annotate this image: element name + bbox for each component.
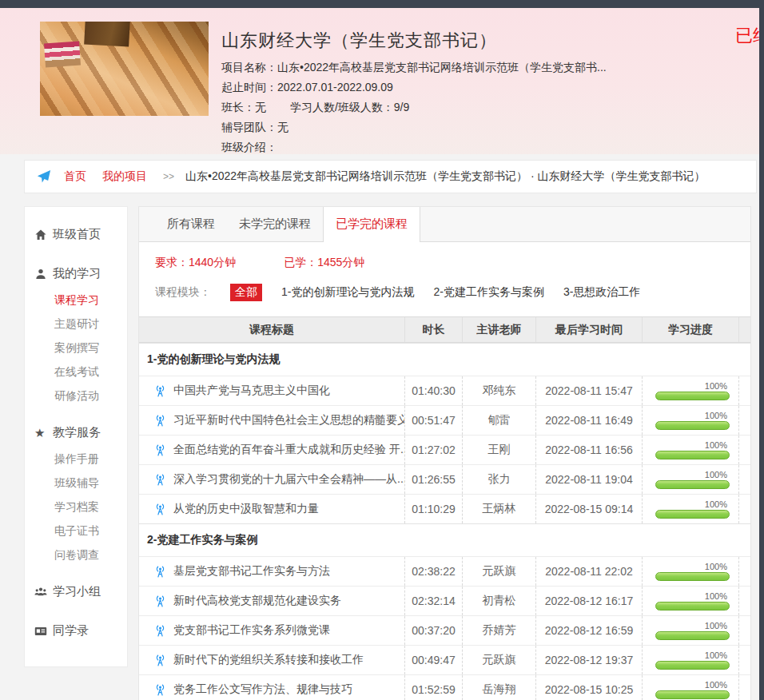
module-section-row: 2-党建工作实务与案例 xyxy=(139,523,750,556)
course-teacher: 初青松 xyxy=(462,587,535,615)
progress-bar xyxy=(655,392,730,400)
tab-all-courses[interactable]: 所有课程 xyxy=(155,207,227,241)
course-title-cell[interactable]: 新时代下的党组织关系转接和接收工作 xyxy=(139,646,404,674)
contact-card-icon xyxy=(34,625,47,638)
module-filter-label: 课程模块： xyxy=(155,285,211,300)
course-title-cell[interactable]: 党支部书记工作实务系列微党课 xyxy=(139,616,404,645)
progress-bar xyxy=(655,602,730,611)
required-minutes-value: 1440分钟 xyxy=(189,256,236,268)
broadcast-tower-icon xyxy=(153,474,167,486)
course-teacher: 张力 xyxy=(462,465,535,494)
course-last-time: 2022-08-11 19:04 xyxy=(535,465,642,494)
progress-bar xyxy=(655,451,730,459)
course-table-header: 课程标题 时长 主讲老师 最后学习时间 学习进度 xyxy=(139,317,750,343)
table-row: 从党的历史中汲取智慧和力量 01:10:29 王炳林 2022-08-15 09… xyxy=(139,494,750,523)
course-title: 全面总结党的百年奋斗重大成就和历史经验 开... xyxy=(173,443,404,457)
row-extra-cell xyxy=(738,646,750,674)
tab-unfinished-courses[interactable]: 未学完的课程 xyxy=(227,207,323,241)
learner-count-label: 学习人数/班级人数： xyxy=(290,101,394,113)
course-table: 课程标题 时长 主讲老师 最后学习时间 学习进度 1-党的创新理论与党内法规 中… xyxy=(139,316,750,700)
class-thumbnail xyxy=(40,22,209,116)
sidebar-item-online-exam[interactable]: 在线考试 xyxy=(25,360,127,384)
course-teacher: 乔婧芳 xyxy=(462,616,535,645)
module-filter: 课程模块： 全部 1-党的创新理论与党内法规 2-党建工作实务与案例 3-思想政… xyxy=(139,274,750,312)
main-panel: 所有课程 未学完的课程 已学完的课程 要求：1440分钟 已学：1455分钟 课… xyxy=(138,206,751,700)
progress-cell: 100% xyxy=(642,465,738,494)
tab-finished-courses[interactable]: 已学完的课程 xyxy=(323,207,420,242)
course-last-time: 2022-08-12 16:17 xyxy=(535,587,642,615)
progress-cell: 100% xyxy=(642,495,738,523)
class-title: 山东财经大学（学生党支部书记） xyxy=(221,29,497,53)
sidebar-item-class-home[interactable]: 班级首页 xyxy=(25,220,127,249)
course-last-time: 2022-08-15 10:25 xyxy=(535,675,642,700)
course-last-time: 2022-08-12 19:37 xyxy=(535,646,642,674)
table-row: 党务工作公文写作方法、规律与技巧 01:52:59 岳海翔 2022-08-15… xyxy=(139,674,750,700)
course-title-cell[interactable]: 从党的历史中汲取智慧和力量 xyxy=(139,495,404,523)
row-extra-cell xyxy=(738,465,750,494)
scrollbar-track[interactable] xyxy=(759,0,764,700)
sidebar-item-study-group[interactable]: 学习小组 xyxy=(25,577,127,607)
course-duration: 00:49:47 xyxy=(404,646,462,674)
class-intro-label: 班级介绍： xyxy=(221,141,277,153)
module-filter-2[interactable]: 2-党建工作实务与案例 xyxy=(433,285,543,300)
sidebar-item-course-study[interactable]: 课程学习 xyxy=(25,288,127,312)
course-last-time: 2022-08-11 16:56 xyxy=(535,436,642,464)
progress-label: 100% xyxy=(705,621,727,630)
sidebar-item-study-archive[interactable]: 学习档案 xyxy=(25,495,127,519)
row-extra-cell xyxy=(738,436,750,464)
sidebar-item-certificate[interactable]: 电子证书 xyxy=(25,519,127,543)
project-name-value: 山东•2022年高校基层党支部书记网络培训示范班（学生党支部书... xyxy=(277,61,607,74)
course-title-cell[interactable]: 中国共产党与马克思主义中国化 xyxy=(139,376,404,405)
sidebar-item-manual[interactable]: 操作手册 xyxy=(25,447,127,471)
progress-label: 100% xyxy=(705,440,727,450)
course-last-time: 2022-08-11 15:47 xyxy=(535,376,642,405)
table-row: 中国共产党与马克思主义中国化 01:40:30 邓纯东 2022-08-11 1… xyxy=(139,376,750,405)
course-title: 党支部书记工作实务系列微党课 xyxy=(173,623,330,638)
course-title-cell[interactable]: 基层党支部书记工作实务与方法 xyxy=(139,557,404,586)
module-filter-1[interactable]: 1-党的创新理论与党内法规 xyxy=(281,285,414,300)
header-duration: 时长 xyxy=(404,317,462,342)
sidebar-item-survey[interactable]: 问卷调查 xyxy=(25,543,127,567)
progress-label: 100% xyxy=(705,591,727,601)
course-title-cell[interactable]: 全面总结党的百年奋斗重大成就和历史经验 开... xyxy=(139,436,404,464)
course-last-time: 2022-08-12 16:59 xyxy=(535,616,642,645)
table-row: 全面总结党的百年奋斗重大成就和历史经验 开... 01:27:02 王刚 202… xyxy=(139,435,750,464)
sidebar-item-topic-discussion[interactable]: 主题研讨 xyxy=(25,312,127,336)
breadcrumb-my-projects-link[interactable]: 我的项目 xyxy=(102,169,147,184)
progress-label: 100% xyxy=(705,381,727,391)
table-row: 深入学习贯彻党的十九届六中全会精神——从... 01:26:55 张力 2022… xyxy=(139,464,750,494)
progress-cell: 100% xyxy=(642,557,738,586)
course-teacher: 王炳林 xyxy=(462,495,535,523)
course-title: 新时代下的党组织关系转接和接收工作 xyxy=(173,653,364,667)
sidebar-item-training-activity[interactable]: 研修活动 xyxy=(25,384,127,408)
paper-plane-icon xyxy=(37,169,51,184)
row-extra-cell xyxy=(738,616,750,645)
module-filter-3[interactable]: 3-思想政治工作 xyxy=(563,285,640,300)
course-title-cell[interactable]: 新时代高校党支部规范化建设实务 xyxy=(139,587,404,615)
table-row: 党支部书记工作实务系列微党课 00:37:20 乔婧芳 2022-08-12 1… xyxy=(139,615,750,645)
module-filter-all[interactable]: 全部 xyxy=(230,284,262,301)
course-title-cell[interactable]: 深入学习贯彻党的十九届六中全会精神——从... xyxy=(139,465,404,494)
project-name-label: 项目名称： xyxy=(221,61,277,74)
course-title: 党务工作公文写作方法、规律与技巧 xyxy=(173,682,352,697)
tutor-team-value: 无 xyxy=(277,121,288,133)
progress-cell: 100% xyxy=(642,406,738,435)
course-teacher: 郇雷 xyxy=(462,406,535,435)
breadcrumb-home-link[interactable]: 首页 xyxy=(64,169,86,184)
sidebar-item-class-tutoring[interactable]: 班级辅导 xyxy=(25,471,127,495)
sidebar: 班级首页 我的学习 课程学习 主题研讨 案例撰写 在线考试 研修活动 ★ 教学服… xyxy=(24,206,128,667)
course-teacher: 元跃旗 xyxy=(462,646,535,674)
sidebar-item-case-writing[interactable]: 案例撰写 xyxy=(25,336,127,360)
sidebar-item-label: 同学录 xyxy=(53,623,89,638)
sidebar-item-classmates[interactable]: 同学录 xyxy=(25,616,127,646)
group-icon xyxy=(34,586,47,599)
progress-cell: 100% xyxy=(642,616,738,645)
course-last-time: 2022-08-11 22:02 xyxy=(535,557,642,586)
progress-label: 100% xyxy=(705,499,727,509)
course-title-cell[interactable]: 党务工作公文写作方法、规律与技巧 xyxy=(139,675,404,700)
progress-cell: 100% xyxy=(642,675,738,700)
row-extra-cell xyxy=(738,675,750,700)
course-duration: 01:52:59 xyxy=(404,675,462,700)
course-title-cell[interactable]: 习近平新时代中国特色社会主义思想的精髓要义 xyxy=(139,406,404,435)
course-duration: 02:38:22 xyxy=(404,557,462,586)
